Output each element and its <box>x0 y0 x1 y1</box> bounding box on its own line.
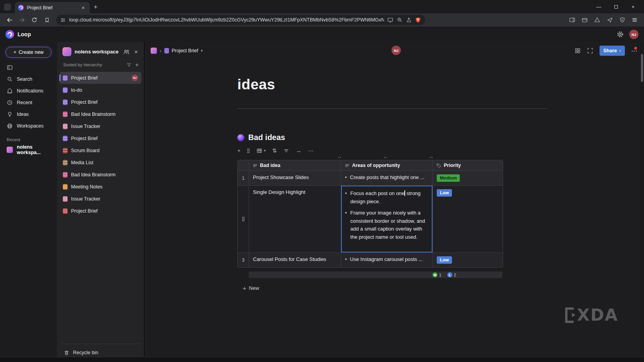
browser-menu-button[interactable] <box>629 15 640 25</box>
minimize-button[interactable]: — <box>590 0 607 13</box>
cell-areas-of-opportunity[interactable]: • Use Instagram carousel posts ... <box>341 253 433 267</box>
new-row-button[interactable]: + New <box>243 285 270 291</box>
page-item-media-list[interactable]: Media List <box>60 156 141 169</box>
panel-toggle-button[interactable] <box>0 62 57 73</box>
priority-badge[interactable]: Medium <box>437 174 460 182</box>
workspace-apps-button[interactable] <box>575 48 581 54</box>
table-more-button[interactable]: ⋯ <box>308 147 313 154</box>
sidebar-item-notifications[interactable]: Notifications <box>0 85 57 97</box>
row-number[interactable]: 1 <box>238 171 249 185</box>
workspace-members-button[interactable] <box>123 49 130 55</box>
bookmarks-button[interactable] <box>41 15 52 25</box>
main-actions: Share ▾ ⋯ <box>575 46 638 56</box>
loop-app: Loop NJ + Create new Search Notific <box>0 27 644 362</box>
page-item-project-brief-3[interactable]: Project Brief <box>60 132 141 144</box>
cell-priority[interactable]: Medium <box>433 171 502 185</box>
cell-priority[interactable]: Low <box>433 253 502 267</box>
page-item-to-do[interactable]: to-do <box>60 84 141 96</box>
breadcrumb-workspace-icon[interactable] <box>151 48 157 54</box>
brave-shield-icon[interactable] <box>415 17 421 23</box>
sidebar-item-ideas[interactable]: Ideas <box>0 108 57 120</box>
breadcrumb-page-icon[interactable] <box>164 48 169 53</box>
share-page-icon[interactable] <box>406 17 412 23</box>
cell-bad-idea[interactable]: Single Design Highlight <box>249 186 341 252</box>
close-window-button[interactable]: × <box>624 0 642 13</box>
tab-close-icon[interactable]: × <box>80 4 87 11</box>
scrollbar-thumb[interactable] <box>641 54 643 82</box>
table-row-3[interactable]: 3 Carousel Posts for Case Studies • Use … <box>238 252 503 267</box>
settings-button[interactable] <box>617 31 624 38</box>
back-button[interactable] <box>4 15 15 25</box>
page-item-bad-idea-brainstorm-2[interactable]: Bad Idea Brainstorm <box>60 169 141 181</box>
column-header-priority[interactable]: Priority <box>433 160 502 170</box>
cell-bad-idea[interactable]: Project Showcase Slides <box>249 171 341 185</box>
column-header-bad-idea[interactable]: Bad idea <box>249 160 341 170</box>
table-row-1[interactable]: 1 Project Showcase Slides • Create posts… <box>238 170 503 185</box>
browser-logo-icon[interactable] <box>4 4 11 11</box>
cell-areas-of-opportunity[interactable]: • Create posts that highlight one ... <box>341 171 433 185</box>
focus-mode-button[interactable] <box>587 48 593 54</box>
row-drag-handle-icon[interactable] <box>242 216 245 222</box>
sidebar-item-search[interactable]: Search <box>0 73 57 85</box>
forward-button[interactable] <box>16 15 27 25</box>
column-resize-handle[interactable] <box>384 156 387 158</box>
table-view-button[interactable]: ▾ <box>256 148 266 154</box>
reload-button[interactable] <box>29 15 40 25</box>
sidebar-item-workspaces[interactable]: Workspaces <box>0 120 57 132</box>
cell-priority[interactable]: Low <box>433 186 502 252</box>
row-drag-cell[interactable] <box>238 186 249 252</box>
filter-pages-button[interactable] <box>126 62 132 67</box>
user-avatar[interactable]: NJ <box>629 30 639 39</box>
add-page-button[interactable]: + <box>135 62 139 68</box>
zoom-icon[interactable] <box>397 17 403 23</box>
expand-width-button[interactable]: ↔ <box>296 147 301 154</box>
breadcrumb-page-label[interactable]: Project Brief <box>172 48 198 53</box>
section-title[interactable]: Bad ideas <box>248 133 285 142</box>
priority-badge[interactable]: Low <box>437 189 452 197</box>
frame-icon <box>587 48 593 54</box>
cell-bad-idea[interactable]: Carousel Posts for Case Studies <box>249 253 341 267</box>
rewards-button[interactable] <box>592 15 603 25</box>
maximize-button[interactable] <box>607 0 624 13</box>
share-button[interactable]: Share ▾ <box>600 46 625 56</box>
cell-areas-of-opportunity-active[interactable]: • Focus each post on one strong design p… <box>341 186 433 252</box>
sort-button[interactable]: ⇅ <box>272 147 277 154</box>
filter-button[interactable] <box>283 148 289 154</box>
new-tab-button[interactable]: + <box>94 3 98 11</box>
cast-screen-icon[interactable] <box>387 17 393 23</box>
page-item-scrum-board[interactable]: Scrum Board <box>60 144 141 156</box>
drag-handle-icon[interactable] <box>247 148 250 153</box>
collaborator-avatar[interactable]: NJ <box>391 46 401 55</box>
page-item-meeting-notes[interactable]: Meeting Notes <box>60 181 141 193</box>
page-item-issue-tracker[interactable]: Issue Tracker <box>60 120 141 132</box>
column-resize-handle[interactable] <box>338 156 341 158</box>
row-number[interactable]: 3 <box>238 253 249 267</box>
close-panel-icon[interactable]: × <box>133 48 139 56</box>
priority-badge[interactable]: Low <box>437 256 452 264</box>
document-title[interactable]: ideas <box>237 76 548 93</box>
wallet-button[interactable] <box>579 15 590 25</box>
document-canvas[interactable]: ideas Bad ideas + ▾ ⇅ <box>237 59 548 362</box>
url-text[interactable]: loop.cloud.microsoft/p/eyJ3Ijp7InUiOiJod… <box>69 17 384 23</box>
column-resize-handle[interactable] <box>430 156 433 158</box>
sidebar-item-recent[interactable]: Recent <box>0 97 57 108</box>
loop-logo-icon[interactable] <box>5 30 14 39</box>
create-new-button[interactable]: + Create new <box>5 47 52 58</box>
vertical-scrollbar[interactable] <box>640 42 644 357</box>
table-row-2[interactable]: Single Design Highlight • Focus each pos… <box>238 185 503 252</box>
add-component-button[interactable]: + <box>237 147 240 154</box>
page-item-project-brief-2[interactable]: Project Brief <box>60 96 141 108</box>
site-settings-icon[interactable] <box>60 17 66 23</box>
column-header-areas-of-opportunity[interactable]: Areas of opportunity <box>341 160 433 170</box>
browser-tab[interactable]: Project Brief × <box>15 2 90 13</box>
send-tab-button[interactable] <box>604 15 615 25</box>
page-item-project-brief-4[interactable]: Project Brief <box>60 205 141 217</box>
page-item-bad-idea-brainstorm[interactable]: Bad Idea Brainstorm <box>60 108 141 120</box>
address-bar[interactable]: loop.cloud.microsoft/p/eyJ3Ijp7InUiOiJod… <box>56 15 425 25</box>
sidebar-item-recent-workspace[interactable]: nolens workspa... <box>0 144 57 156</box>
sidebar-toggle-button[interactable] <box>567 15 578 25</box>
chevron-down-icon[interactable]: ▾ <box>201 49 203 53</box>
vpn-shield-button[interactable] <box>617 15 628 25</box>
page-item-issue-tracker-2[interactable]: Issue Tracker <box>60 193 141 205</box>
page-item-project-brief[interactable]: Project Brief NJ <box>60 72 141 84</box>
